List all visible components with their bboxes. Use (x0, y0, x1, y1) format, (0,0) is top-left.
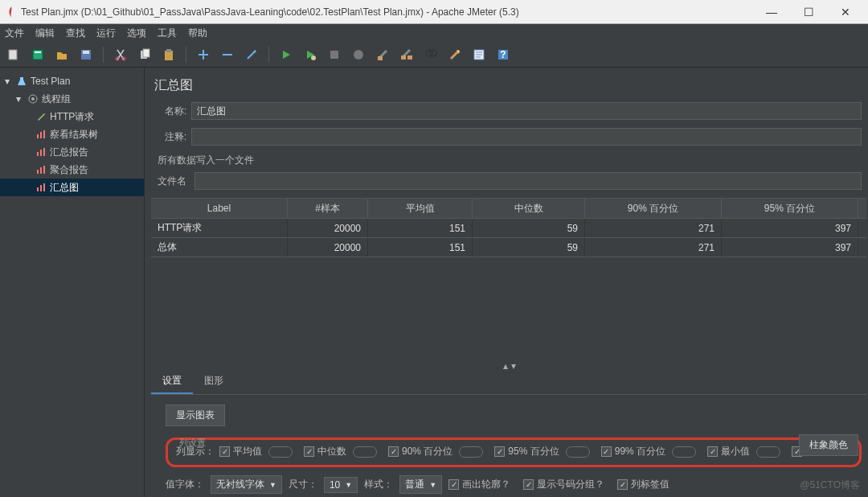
col-avg[interactable]: 平均值 (368, 199, 473, 218)
svg-rect-30 (43, 148, 45, 156)
checkbox-avg[interactable]: ✓ (219, 446, 230, 457)
help-icon[interactable]: ? (496, 47, 510, 62)
style-select[interactable]: 普通▼ (399, 475, 442, 494)
chevron-down-icon[interactable]: ▾ (16, 93, 24, 105)
filename-input[interactable] (194, 172, 862, 190)
tree-root[interactable]: ▾ Test Plan (0, 72, 144, 90)
tree-http-request[interactable]: HTTP请求 (0, 108, 144, 125)
toggle-icon[interactable] (244, 47, 259, 62)
svg-point-14 (354, 50, 363, 60)
table-row[interactable]: HTTP请求 20000 151 59 271 397 (151, 218, 866, 237)
search-icon[interactable] (424, 47, 438, 62)
caret-down-icon: ▼ (429, 481, 436, 489)
name-input[interactable] (191, 102, 862, 120)
size-label: 尺寸： (289, 478, 317, 491)
show-chart-button[interactable]: 显示图表 (166, 405, 225, 426)
col-median[interactable]: 中位数 (473, 199, 585, 218)
window-title: Test Plan.jmx (D:\01_Github\01_PassJava\… (21, 6, 760, 18)
name-label: 名称: (151, 105, 186, 118)
tree-view-results-tree[interactable]: 察看结果树 (0, 125, 144, 143)
color-slot[interactable] (672, 446, 696, 458)
checkbox-p95[interactable]: ✓ (494, 446, 505, 457)
checkbox-p90[interactable]: ✓ (388, 446, 399, 457)
checkbox-min[interactable]: ✓ (707, 446, 718, 457)
size-select[interactable]: 10▼ (324, 477, 358, 493)
menu-run[interactable]: 运行 (96, 27, 116, 40)
new-icon[interactable] (6, 47, 21, 62)
font-select[interactable]: 无衬线字体▼ (211, 475, 282, 494)
tab-graph[interactable]: 图形 (193, 369, 235, 394)
column-settings-legend: 列设置 (179, 437, 206, 449)
checkbox-median[interactable]: ✓ (304, 446, 314, 457)
svg-rect-1 (33, 50, 43, 60)
color-slot[interactable] (566, 446, 590, 458)
collapse-icon[interactable] (220, 47, 235, 62)
paste-icon[interactable] (162, 47, 176, 62)
svg-point-24 (31, 97, 35, 101)
svg-rect-13 (330, 51, 338, 59)
svg-rect-32 (40, 167, 42, 174)
minimize-button[interactable]: — (760, 6, 783, 18)
maximize-button[interactable]: ☐ (797, 6, 820, 18)
tree-label: 察看结果树 (50, 128, 98, 142)
toolbar-separator (268, 47, 269, 63)
svg-text:?: ? (500, 49, 506, 60)
save-icon[interactable] (79, 47, 93, 62)
tree-aggregate-report[interactable]: 聚合报告 (0, 161, 144, 179)
style-label: 样式： (364, 478, 393, 491)
toolbar: ? (0, 42, 868, 68)
table-row[interactable]: 总体 20000 151 59 271 397 (151, 237, 866, 257)
clear-icon[interactable] (375, 47, 390, 62)
start-icon[interactable] (279, 47, 293, 62)
close-button[interactable]: ✕ (834, 6, 857, 18)
menu-edit[interactable]: 编辑 (35, 27, 55, 40)
col-samples[interactable]: #样本 (288, 199, 368, 218)
svg-rect-27 (43, 130, 45, 138)
comment-label: 注释: (151, 130, 186, 144)
cut-icon[interactable] (113, 47, 128, 62)
col-label[interactable]: Label (151, 199, 288, 218)
gear-icon (27, 93, 39, 105)
color-slot[interactable] (756, 446, 780, 458)
color-slot[interactable] (353, 446, 377, 458)
open-icon[interactable] (55, 47, 69, 62)
clear-all-icon[interactable] (399, 47, 414, 62)
chart-icon (35, 164, 47, 175)
splitter-handle[interactable]: ▴ ▾ (151, 363, 868, 369)
bar-color-button[interactable]: 柱象颜色 (799, 434, 858, 456)
checkbox-p99[interactable]: ✓ (601, 446, 612, 457)
menu-search[interactable]: 查找 (66, 27, 85, 40)
function-helper-icon[interactable] (472, 47, 486, 62)
start-no-timers-icon[interactable] (303, 47, 317, 62)
comment-input[interactable] (191, 128, 862, 146)
copy-icon[interactable] (137, 47, 152, 62)
menu-options[interactable]: 选项 (127, 27, 146, 40)
shutdown-icon[interactable] (351, 47, 366, 62)
col-p90[interactable]: 90% 百分位 (585, 199, 722, 218)
menu-help[interactable]: 帮助 (188, 27, 207, 40)
tree-summary-report[interactable]: 汇总报告 (0, 143, 144, 161)
color-slot[interactable] (268, 446, 293, 458)
tab-settings[interactable]: 设置 (151, 369, 193, 394)
chart-icon (35, 146, 47, 158)
checkbox-col-label-value[interactable]: ✓ (617, 479, 628, 490)
svg-rect-4 (83, 51, 89, 54)
checkbox-outline[interactable]: ✓ (448, 479, 459, 490)
tree-aggregate-graph[interactable]: 汇总图 (0, 179, 144, 196)
tree-thread-group[interactable]: ▾ 线程组 (0, 90, 144, 108)
flask-icon (16, 76, 27, 87)
chevron-down-icon[interactable]: ▾ (5, 76, 13, 87)
col-p95[interactable]: 95% 百分位 (722, 199, 858, 218)
stop-icon[interactable] (327, 47, 342, 62)
templates-icon[interactable] (31, 47, 45, 62)
test-plan-tree[interactable]: ▾ Test Plan ▾ 线程组 HTTP请求 察看结果树 汇总报告 聚合报告… (0, 68, 145, 497)
menu-file[interactable]: 文件 (5, 27, 24, 40)
reset-search-icon[interactable] (448, 47, 462, 62)
menu-tools[interactable]: 工具 (158, 27, 177, 40)
svg-rect-36 (43, 183, 45, 191)
svg-point-11 (254, 50, 256, 52)
checkbox-grouping[interactable]: ✓ (523, 479, 534, 490)
svg-rect-28 (37, 152, 39, 156)
color-slot[interactable] (459, 446, 483, 458)
expand-icon[interactable] (196, 47, 211, 62)
